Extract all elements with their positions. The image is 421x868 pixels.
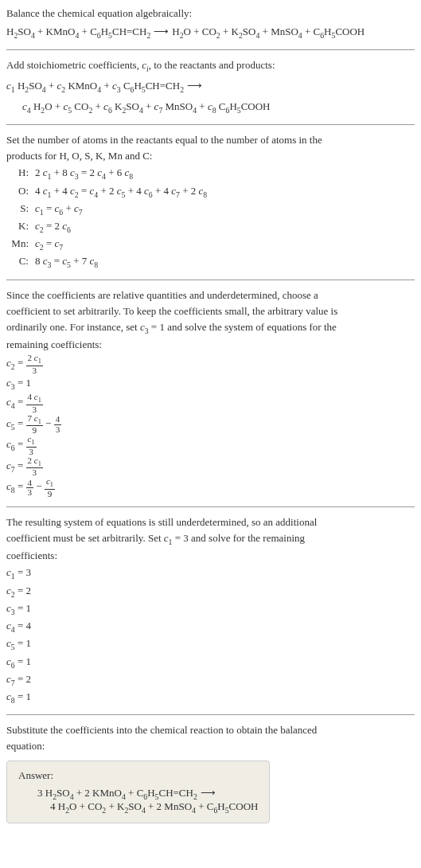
underdet1-line3: ordinarily one. For instance, set c3 = 1…	[6, 320, 415, 336]
atoms-section: Set the number of atoms in the reactants…	[6, 133, 415, 272]
atom-eq: 4 c1 + 4 c2 = c4 + 2 c5 + 4 c6 + 4 c7 + …	[35, 183, 415, 201]
intro-equation: H2SO4 + KMnO4 + C6H5CH=CH2⟶H2O + CO2 + K…	[6, 24, 415, 41]
divider	[6, 280, 415, 280]
coef-block-2: c1 = 3 c2 = 2 c3 = 1 c4 = 4 c5 = 1 c6 = …	[6, 565, 415, 706]
underdet1-line1: Since the coefficients are relative quan…	[6, 288, 415, 303]
coef-line: c8 = 43 − c19	[6, 477, 415, 499]
final-section: Substitute the coefficients into the che…	[6, 723, 415, 823]
intro-text: Balance the chemical equation algebraica…	[6, 6, 415, 21]
underdet1-line2: coefficient to set arbitrarily. To keep …	[6, 304, 415, 319]
coef-line: c7 = 2 c13	[6, 456, 415, 478]
underdet1-line4: remaining coefficients:	[6, 338, 415, 352]
coef-line: c6 = c13	[6, 435, 415, 456]
atom-eq: 2 c1 + 8 c3 = 2 c4 + 6 c8	[35, 165, 415, 182]
system-row: Mn: c2 = c7	[6, 236, 415, 253]
atom-eq: 8 c3 = c5 + 7 c8	[35, 253, 415, 271]
atom-label: H:	[6, 165, 35, 182]
atom-eq: c2 = c7	[35, 236, 415, 253]
underdet1-section: Since the coefficients are relative quan…	[6, 288, 415, 499]
stoich-equation-line1: c1 H2SO4 + c2 KMnO4 + c3 C6H5CH=CH2⟶	[6, 78, 415, 96]
coef-line: c3 = 1	[6, 375, 415, 393]
coef-line: c1 = 3	[6, 565, 415, 582]
system-row: S: c1 = c6 + c7	[6, 201, 415, 218]
coef-line: c5 = 7 c19 − 43	[6, 414, 415, 436]
answer-box: Answer: 3 H2SO4 + 2 KMnO4 + C6H5CH=CH2⟶ …	[6, 760, 270, 823]
system-row: K: c2 = 2 c6	[6, 218, 415, 236]
atom-label: O:	[6, 183, 35, 201]
coef-line: c4 = 4 c13	[6, 393, 415, 414]
coef-line: c2 = 2 c13	[6, 354, 415, 375]
divider	[6, 506, 415, 507]
atom-eq: c2 = 2 c6	[35, 218, 415, 236]
system-row: O: 4 c1 + 4 c2 = c4 + 2 c5 + 4 c6 + 4 c7…	[6, 183, 415, 201]
coef-line: c4 = 4	[6, 618, 415, 635]
stoich-equation-line2: c4 H2O + c5 CO2 + c6 K2SO4 + c7 MnSO4 + …	[6, 99, 415, 116]
coef-line: c6 = 1	[6, 654, 415, 671]
underdet2-line3: coefficients:	[6, 549, 415, 563]
coef-line: c3 = 1	[6, 600, 415, 618]
stoich-section: Add stoichiometric coefficients, ci, to …	[6, 58, 415, 116]
underdet2-line2: coefficient must be set arbitrarily. Set…	[6, 531, 415, 547]
atoms-intro-1: Set the number of atoms in the reactants…	[6, 133, 415, 147]
system-row: C: 8 c3 = c5 + 7 c8	[6, 253, 415, 271]
atom-label: C:	[6, 253, 35, 271]
divider	[6, 124, 415, 125]
atoms-intro-2: products for H, O, S, K, Mn and C:	[6, 149, 415, 163]
atom-eq: c1 = c6 + c7	[35, 201, 415, 218]
coef-line: c5 = 1	[6, 635, 415, 653]
atom-label: S:	[6, 201, 35, 218]
final-line2: equation:	[6, 739, 415, 753]
underdet2-line1: The resulting system of equations is sti…	[6, 515, 415, 530]
answer-eq-line2: 4 H2O + CO2 + K2SO4 + 2 MnSO4 + C6H5COOH	[18, 800, 258, 815]
stoich-intro: Add stoichiometric coefficients, ci, to …	[6, 58, 415, 74]
system-row: H: 2 c1 + 8 c3 = 2 c4 + 6 c8	[6, 165, 415, 182]
answer-eq-line1: 3 H2SO4 + 2 KMnO4 + C6H5CH=CH2⟶	[18, 787, 258, 801]
intro-section: Balance the chemical equation algebraica…	[6, 6, 415, 41]
underdet2-section: The resulting system of equations is sti…	[6, 515, 415, 706]
coef-block-1: c2 = 2 c13 c3 = 1 c4 = 4 c13 c5 = 7 c19 …	[6, 354, 415, 498]
coef-line: c7 = 2	[6, 671, 415, 689]
divider	[6, 49, 415, 50]
atoms-system: H: 2 c1 + 8 c3 = 2 c4 + 6 c8 O: 4 c1 + 4…	[6, 165, 415, 271]
atom-label: K:	[6, 218, 35, 236]
coef-line: c8 = 1	[6, 689, 415, 706]
coef-line: c2 = 2	[6, 583, 415, 600]
answer-label: Answer:	[18, 769, 258, 782]
divider	[6, 714, 415, 715]
atom-label: Mn:	[6, 236, 35, 253]
final-line1: Substitute the coefficients into the che…	[6, 723, 415, 737]
